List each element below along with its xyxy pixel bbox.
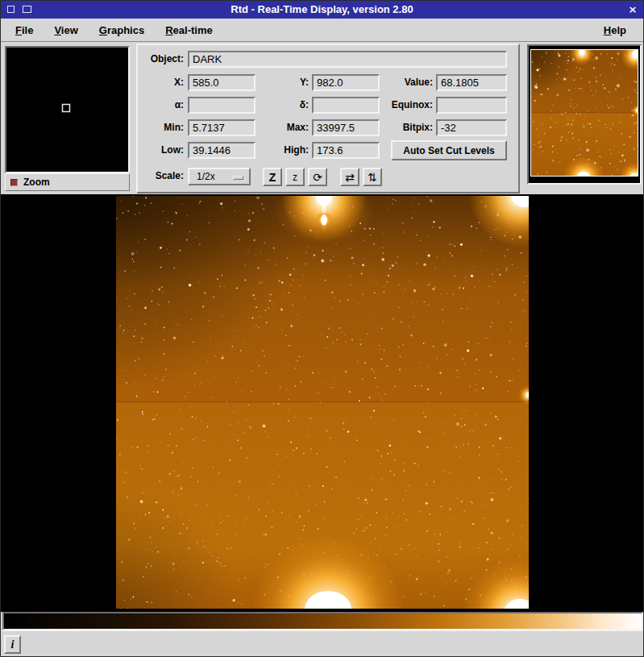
info-icon[interactable]: i: [4, 635, 21, 654]
dec-field[interactable]: [312, 97, 380, 114]
x-label: X:: [138, 76, 184, 89]
image-background: [1, 194, 644, 612]
low-label: Low:: [138, 143, 184, 157]
menu-graphics[interactable]: Graphics: [89, 19, 155, 41]
menubar: File View Graphics Real-time Help: [1, 19, 643, 42]
zoom-toggle-label: Zoom: [23, 177, 50, 188]
pan-view[interactable]: [527, 44, 642, 185]
menu-help[interactable]: Help: [593, 19, 637, 41]
pan-thumbnail[interactable]: [530, 49, 638, 177]
value-field[interactable]: [436, 74, 507, 91]
y-field[interactable]: [312, 74, 380, 91]
close-icon[interactable]: ×: [626, 3, 639, 16]
menu-view[interactable]: View: [44, 19, 88, 41]
zoom-in-button[interactable]: Z: [263, 168, 282, 186]
flip-y-icon[interactable]: ⇅: [363, 168, 382, 186]
value-label: Value:: [372, 76, 433, 89]
zoom-toggle[interactable]: Zoom: [5, 173, 130, 191]
option-menu-indicator-icon: [233, 176, 243, 180]
object-field[interactable]: [188, 51, 507, 68]
ra-label: α:: [138, 98, 184, 112]
menu-file[interactable]: File: [5, 19, 44, 41]
high-field[interactable]: [312, 142, 380, 159]
scale-option-menu[interactable]: 1/2x: [188, 168, 251, 185]
min-label: Min:: [138, 121, 184, 135]
zoom-view: [5, 46, 130, 173]
info-panel: Object: X: Y: Value: α: δ: Equinox: Min:…: [136, 44, 520, 193]
high-label: High:: [243, 143, 309, 157]
y-label: Y:: [243, 76, 309, 89]
bitpix-field[interactable]: [436, 119, 507, 136]
scale-label: Scale:: [138, 169, 184, 183]
equinox-field[interactable]: [436, 97, 507, 114]
flip-x-icon[interactable]: ⇄: [340, 168, 359, 186]
object-label: Object:: [138, 52, 184, 66]
colormap-bar[interactable]: [2, 612, 643, 630]
window-title: Rtd - Real-Time Display, version 2.80: [1, 3, 643, 15]
rotate-icon[interactable]: ⟳: [308, 168, 327, 186]
zoom-canvas: [6, 48, 128, 172]
dec-label: δ:: [243, 98, 309, 112]
max-field[interactable]: [312, 119, 380, 136]
equinox-label: Equinox:: [372, 98, 433, 112]
auto-cut-button[interactable]: Auto Set Cut Levels: [391, 140, 507, 160]
titlebar: Rtd - Real-Time Display, version 2.80 ×: [1, 1, 643, 19]
zoom-indicator-icon: [10, 179, 18, 186]
zoom-out-button[interactable]: z: [285, 168, 305, 186]
bitpix-label: Bitpix:: [372, 121, 433, 135]
scale-value: 1/2x: [197, 171, 215, 182]
menu-realtime[interactable]: Real-time: [155, 19, 223, 41]
statusbar: i: [1, 630, 644, 657]
rtd-window: Rtd - Real-Time Display, version 2.80 × …: [0, 0, 644, 657]
image-canvas[interactable]: [116, 196, 529, 609]
max-label: Max:: [243, 121, 309, 135]
